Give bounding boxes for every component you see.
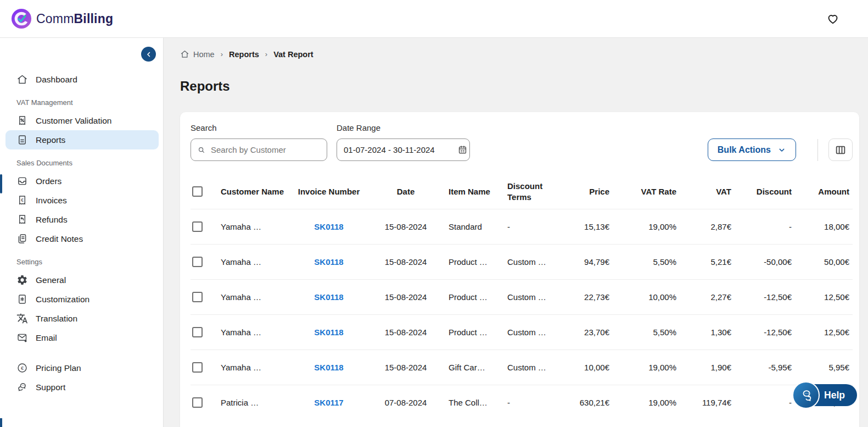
search-input[interactable] xyxy=(211,145,320,154)
cell-discount-terms: Custom … xyxy=(505,257,554,267)
breadcrumb-separator: › xyxy=(265,50,267,58)
bulk-actions-button[interactable]: Bulk Actions xyxy=(708,138,796,161)
translate-icon xyxy=(16,313,28,324)
column-header-amount[interactable]: Amount xyxy=(794,186,852,197)
invoice-link[interactable]: SK0118 xyxy=(290,328,367,337)
sidebar-item-translation[interactable]: Translation xyxy=(0,309,163,328)
cell-vat-rate: 19,00% xyxy=(612,398,679,407)
search-icon xyxy=(198,145,205,155)
receipt-percent-icon xyxy=(16,115,28,126)
breadcrumb-vat-report: Vat Report xyxy=(273,50,313,59)
cell-discount: - xyxy=(734,398,794,407)
column-header-item-name[interactable]: Item Name xyxy=(444,186,505,197)
cell-date: 15-08-2024 xyxy=(367,292,444,302)
top-header: CommBilling xyxy=(0,0,868,38)
sidebar-item-label: General xyxy=(36,275,66,285)
cell-discount-terms: Custom … xyxy=(505,363,554,372)
column-settings-button[interactable] xyxy=(828,138,853,161)
select-all-checkbox[interactable] xyxy=(192,186,203,197)
date-range-input-wrap[interactable] xyxy=(337,138,470,161)
row-checkbox[interactable] xyxy=(192,221,203,232)
svg-text:€: € xyxy=(21,365,24,371)
calendar-icon[interactable] xyxy=(457,145,468,155)
cell-discount: -50,00€ xyxy=(734,257,794,267)
sidebar-item-refunds[interactable]: Refunds xyxy=(0,210,163,229)
column-header-date[interactable]: Date xyxy=(367,186,444,197)
cell-date: 15-08-2024 xyxy=(367,363,444,372)
cell-discount: - xyxy=(734,222,794,231)
home-icon xyxy=(16,74,28,85)
sidebar-item-label: Pricing Plan xyxy=(36,363,81,373)
sidebar-item-dashboard[interactable]: Dashboard xyxy=(0,70,163,89)
sidebar-collapse-button[interactable] xyxy=(141,47,156,62)
cell-amount: 12,50€ xyxy=(794,328,852,337)
cell-price: 22,73€ xyxy=(554,292,612,302)
column-header-discount-terms[interactable]: Discount Terms xyxy=(505,181,554,202)
row-checkbox[interactable] xyxy=(192,397,203,408)
sidebar-item-orders[interactable]: Orders xyxy=(0,171,163,191)
sidebar-bottom-indicator xyxy=(0,418,2,427)
main-content: Home › Reports › Vat Report Reports Sear… xyxy=(164,38,868,427)
invoice-link[interactable]: SK0118 xyxy=(290,257,367,267)
page-title: Reports xyxy=(180,79,859,94)
sidebar-item-customer-validation[interactable]: Customer Validation xyxy=(0,111,163,130)
report-document-icon xyxy=(16,134,28,146)
sidebar-item-label: Email xyxy=(36,333,57,343)
column-header-discount[interactable]: Discount xyxy=(734,186,794,197)
row-checkbox[interactable] xyxy=(192,327,203,337)
row-checkbox[interactable] xyxy=(192,292,203,302)
sidebar-item-general[interactable]: General xyxy=(0,270,163,290)
sidebar-item-email[interactable]: Email xyxy=(0,328,163,347)
table-row: Yamaha … SK0118 15-08-2024 Product … Cus… xyxy=(191,314,853,350)
date-range-group: Date Range xyxy=(337,123,470,161)
chevron-left-icon xyxy=(145,51,153,58)
support-chat-icon xyxy=(792,381,820,409)
sidebar-item-label: Credit Notes xyxy=(36,234,83,244)
breadcrumb-reports[interactable]: Reports xyxy=(229,50,259,59)
breadcrumb: Home › Reports › Vat Report xyxy=(180,49,859,59)
sidebar-item-invoices[interactable]: € Invoices xyxy=(0,191,163,210)
favorites-heart-icon[interactable] xyxy=(826,12,839,25)
brand-name: CommBilling xyxy=(36,12,113,26)
date-range-input[interactable] xyxy=(344,145,453,154)
date-range-label: Date Range xyxy=(337,123,470,132)
cell-discount-terms: Custom … xyxy=(505,328,554,337)
cell-date: 15-08-2024 xyxy=(367,257,444,267)
brand-logo[interactable]: CommBilling xyxy=(11,8,113,29)
column-header-vat[interactable]: VAT xyxy=(679,186,734,197)
gear-icon xyxy=(16,274,28,286)
customization-star-icon xyxy=(16,293,28,305)
cell-discount: -5,95€ xyxy=(734,363,794,372)
sidebar-item-reports[interactable]: Reports xyxy=(5,130,159,149)
invoice-euro-icon: € xyxy=(16,195,28,206)
sidebar-item-customization[interactable]: Customization xyxy=(0,290,163,309)
search-input-wrap xyxy=(191,138,327,161)
breadcrumb-home[interactable]: Home xyxy=(180,49,215,59)
sidebar-item-label: Customer Validation xyxy=(36,116,111,126)
column-header-price[interactable]: Price xyxy=(554,186,612,197)
cell-customer: Yamaha … xyxy=(221,328,290,337)
sidebar-item-pricing-plan[interactable]: € Pricing Plan xyxy=(0,358,163,378)
table-actions: Bulk Actions xyxy=(708,138,853,161)
invoice-link[interactable]: SK0117 xyxy=(290,398,367,407)
cell-discount: -12,50€ xyxy=(734,292,794,302)
sidebar-item-credit-notes[interactable]: Credit Notes xyxy=(0,229,163,248)
column-header-invoice-number[interactable]: Invoice Number xyxy=(290,186,367,197)
row-checkbox[interactable] xyxy=(192,257,203,267)
row-checkbox[interactable] xyxy=(192,362,203,373)
cell-customer: Yamaha … xyxy=(221,222,290,231)
invoice-link[interactable]: SK0118 xyxy=(290,222,367,231)
help-button[interactable]: Help xyxy=(792,381,857,409)
cell-vat-rate: 19,00% xyxy=(612,363,679,372)
invoice-link[interactable]: SK0118 xyxy=(290,292,367,302)
column-header-vat-rate[interactable]: VAT Rate xyxy=(612,186,679,197)
cell-item: The Coll… xyxy=(444,398,505,407)
cell-vat: 5,21€ xyxy=(679,257,734,267)
column-header-customer-name[interactable]: Customer Name xyxy=(221,186,290,197)
invoice-link[interactable]: SK0118 xyxy=(290,363,367,372)
table-row: Yamaha … SK0118 15-08-2024 Standard - 15… xyxy=(191,209,853,244)
sidebar-item-support[interactable]: Support xyxy=(0,378,163,397)
sidebar-item-label: Reports xyxy=(36,135,65,145)
sidebar-item-label: Support xyxy=(36,382,65,392)
sidebar-item-label: Translation xyxy=(36,314,77,324)
